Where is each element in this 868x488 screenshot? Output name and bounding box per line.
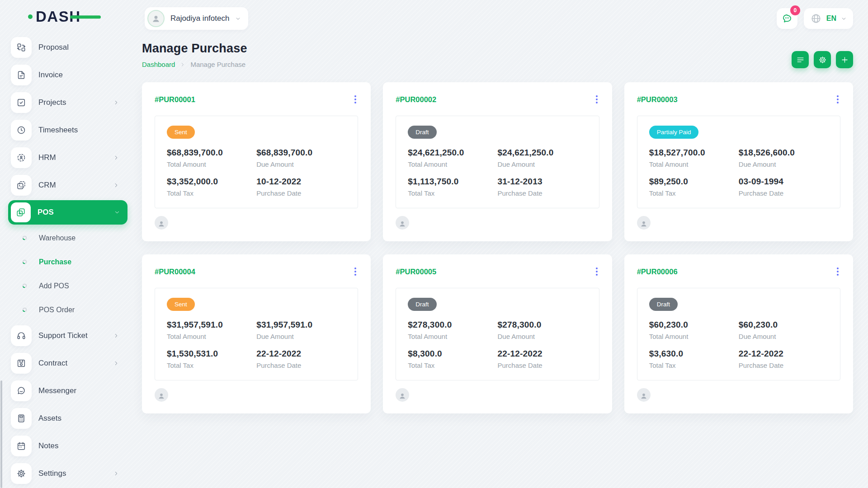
purchase-id-link[interactable]: #PUR00006 (637, 267, 678, 276)
due-amount-value: $24,621,250.0 (497, 148, 587, 158)
avatar[interactable] (155, 216, 168, 230)
sidebar-subitem-pos-order[interactable]: POS Order (8, 298, 127, 322)
purchase-id-link[interactable]: #PUR00003 (637, 95, 678, 104)
invoice-icon (11, 65, 32, 85)
purchase-date-label: Purchase Date (497, 361, 587, 369)
chevron-down-icon (841, 16, 847, 22)
total-amount-label: Total Amount (408, 160, 497, 168)
page-toolbar (792, 51, 853, 68)
assets-icon (11, 408, 32, 429)
chevron-right-icon (113, 360, 119, 366)
due-amount-label: Due Amount (739, 160, 828, 168)
sidebar-item-label: Settings (38, 469, 66, 478)
purchase-id-link[interactable]: #PUR00002 (396, 95, 436, 104)
purchase-card: #PUR00003 Partialy Paid $18,527,700.0Tot… (624, 82, 853, 241)
kebab-menu-icon[interactable] (835, 94, 840, 105)
purchase-id-link[interactable]: #PUR00004 (155, 267, 195, 276)
topbar: Rajodiya infotech 0 EN (142, 0, 853, 33)
sidebar-item-messenger[interactable]: Messenger (8, 377, 127, 404)
settings-button[interactable] (814, 51, 831, 68)
avatar[interactable] (396, 216, 409, 230)
add-purchase-button[interactable] (836, 51, 853, 68)
kebab-menu-icon[interactable] (835, 266, 840, 277)
language-selector[interactable]: EN (804, 8, 853, 29)
sidebar-subitem-label: POS Order (39, 306, 75, 314)
purchase-id-link[interactable]: #PUR00005 (396, 267, 436, 276)
total-tax-value: $1,530,531.0 (167, 349, 256, 359)
proposal-icon (11, 37, 32, 58)
purchase-date-value: 22-12-2022 (256, 349, 346, 359)
sidebar-subitem-add-pos[interactable]: Add POS (8, 274, 127, 298)
sidebar-subitem-warehouse[interactable]: Warehouse (8, 226, 127, 250)
sidebar-subitem-purchase[interactable]: Purchase (8, 250, 127, 274)
breadcrumb-dashboard-link[interactable]: Dashboard (142, 61, 175, 68)
sidebar-item-invoice[interactable]: Invoice (8, 61, 127, 89)
total-tax-label: Total Tax (408, 361, 497, 369)
sidebar-scrollbar[interactable] (0, 380, 2, 488)
notes-icon (11, 436, 32, 456)
avatar[interactable] (637, 388, 651, 402)
purchase-date-label: Purchase Date (739, 361, 828, 369)
topbar-actions: 0 EN (777, 8, 853, 29)
kebab-menu-icon[interactable] (353, 94, 358, 105)
list-view-button[interactable] (792, 51, 809, 68)
sidebar-item-assets[interactable]: Assets (8, 404, 127, 432)
status-badge: Partialy Paid (649, 126, 699, 139)
avatar[interactable] (637, 216, 651, 230)
avatar[interactable] (155, 388, 168, 402)
purchase-date-value: 03-09-1994 (739, 177, 828, 187)
logo-text: DASH (36, 8, 81, 25)
total-tax-label: Total Tax (408, 189, 497, 197)
kebab-menu-icon[interactable] (353, 266, 358, 277)
purchase-card: #PUR00002 Draft $24,621,250.0Total Amoun… (383, 82, 612, 241)
due-amount-value: $278,300.0 (497, 320, 587, 330)
due-amount-label: Due Amount (256, 333, 346, 340)
kebab-menu-icon[interactable] (594, 94, 599, 105)
page-title: Manage Purchase (142, 42, 247, 56)
company-name: Rajodiya infotech (170, 14, 229, 23)
breadcrumb-current: Manage Purchase (190, 61, 245, 68)
purchase-card-grid: #PUR00001 Sent $68,839,700.0Total Amount… (142, 82, 853, 413)
purchase-card: #PUR00006 Draft $60,230.0Total Amount $6… (624, 254, 853, 413)
notification-count-badge: 0 (790, 5, 800, 15)
sidebar-item-support-ticket[interactable]: Support Ticket (8, 322, 127, 349)
company-selector[interactable]: Rajodiya infotech (145, 7, 248, 30)
purchase-date-value: 31-12-2013 (497, 177, 587, 187)
sidebar-item-timesheets[interactable]: Timesheets (8, 116, 127, 144)
sidebar-item-contract[interactable]: Contract (8, 349, 127, 377)
bullet-ring-icon (22, 235, 27, 240)
chevron-right-icon (113, 470, 119, 477)
bullet-ring-icon (22, 307, 27, 312)
projects-icon (11, 92, 32, 113)
hrm-icon (11, 147, 32, 168)
total-tax-label: Total Tax (649, 189, 739, 197)
total-amount-value: $18,527,700.0 (649, 148, 739, 158)
total-amount-label: Total Amount (167, 160, 256, 168)
avatar[interactable] (396, 388, 409, 402)
status-badge: Draft (408, 126, 436, 139)
sidebar-item-pos[interactable]: POS (8, 200, 127, 225)
purchase-summary-box: Draft $60,230.0Total Amount $60,230.0Due… (637, 288, 840, 380)
chevron-down-icon (235, 16, 241, 22)
logo-dot-icon (28, 14, 33, 19)
sidebar-item-proposal[interactable]: Proposal (8, 33, 127, 61)
pos-icon (11, 202, 31, 222)
due-amount-value: $18,526,600.0 (739, 148, 828, 158)
sidebar-item-settings[interactable]: Settings (8, 460, 127, 487)
contract-icon (11, 353, 32, 374)
sidebar-item-label: Support Ticket (38, 331, 88, 340)
purchase-date-value: 22-12-2022 (739, 349, 828, 359)
sidebar-item-hrm[interactable]: HRM (8, 144, 127, 171)
messages-button[interactable]: 0 (777, 8, 797, 29)
sidebar-item-notes[interactable]: Notes (8, 432, 127, 460)
logo-dash-bar (70, 15, 101, 19)
kebab-menu-icon[interactable] (594, 266, 599, 277)
sidebar-item-label: POS (38, 208, 54, 217)
sidebar-item-label: Projects (38, 98, 66, 107)
purchase-id-link[interactable]: #PUR00001 (155, 95, 195, 104)
total-amount-value: $31,957,591.0 (167, 320, 256, 330)
sidebar-item-projects[interactable]: Projects (8, 89, 127, 116)
sidebar-item-label: Proposal (38, 43, 69, 52)
sidebar-item-crm[interactable]: CRM (8, 171, 127, 199)
brand-logo[interactable]: DASH (8, 0, 127, 33)
